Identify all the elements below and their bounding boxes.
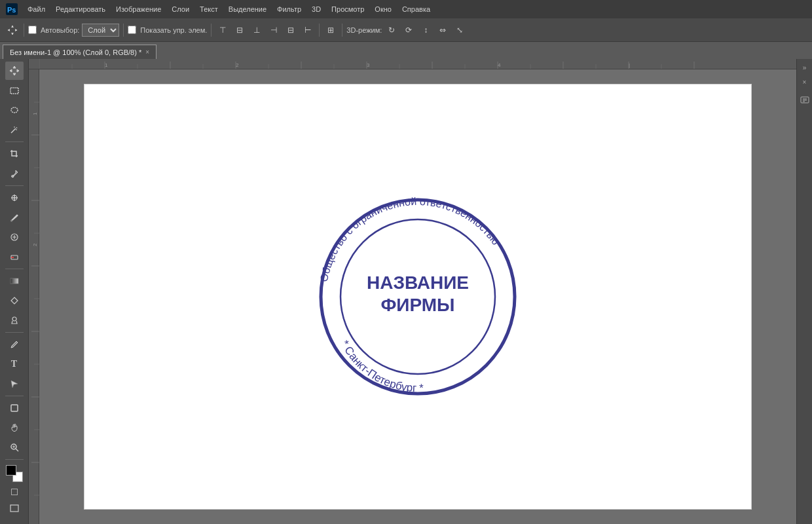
main-layout: T [0,59,812,524]
tool-eraser[interactable] [5,248,24,266]
menu-layers[interactable]: Слои [168,4,193,14]
svg-text:ФИРМЫ: ФИРМЫ [380,295,454,315]
toolbar-divider-1 [24,24,24,37]
tool-heal[interactable] [5,189,24,207]
distribute-btn[interactable]: ⊞ [323,23,338,37]
svg-line-10 [16,127,17,128]
menubar: Ps Файл Редактировать Изображение Слои Т… [0,0,812,18]
autoselect-label: Автовыбор: [41,26,79,34]
color-swatches[interactable] [6,465,23,482]
panel-collapse-btn[interactable]: » [799,62,811,73]
tool-divider-2 [5,185,24,186]
tool-blur[interactable] [5,291,24,310]
tool-path-select[interactable] [5,375,24,393]
tool-lasso[interactable] [5,101,24,119]
left-toolbar: T [0,59,29,524]
svg-point-14 [10,220,12,222]
document-tab[interactable]: Без имени-1 @ 100% (Слой 0, RGB/8) * × [3,45,157,59]
svg-marker-4 [8,29,10,31]
tool-brush[interactable] [5,208,24,227]
svg-text:|: | [629,62,630,68]
tool-shape[interactable] [5,399,24,417]
3d-slide-btn[interactable]: ⇔ [435,23,450,37]
menu-select[interactable]: Выделение [225,4,270,14]
tool-divider-1 [5,141,24,142]
svg-text:3: 3 [367,62,370,68]
toolbar-divider-3 [211,24,212,37]
canvas-content: Общество с ограниченной ответственностью… [39,69,796,524]
menu-image[interactable]: Изображение [112,4,165,14]
toolbar-divider-5 [342,24,342,37]
tool-clone[interactable] [5,228,24,246]
tool-eyedropper[interactable] [5,164,24,183]
menu-window[interactable]: Окно [371,4,396,14]
menu-3d[interactable]: 3D [308,4,325,14]
3d-pan-btn[interactable]: ↕ [418,23,433,37]
align-top-btn[interactable]: ⊤ [215,23,230,37]
tool-crop[interactable] [5,145,24,163]
align-hcenter-btn[interactable]: ⊟ [284,23,298,37]
menu-view[interactable]: Просмотр [327,4,368,14]
type-icon: T [11,359,17,369]
menu-help[interactable]: Справка [398,4,434,14]
svg-line-8 [11,128,16,133]
move-tool-icon[interactable] [5,23,20,37]
3d-roll-btn[interactable]: ⟳ [401,23,416,37]
tool-divider-4 [5,332,24,333]
layer-select[interactable]: Слой [82,24,119,37]
menu-filter[interactable]: Фильтр [273,4,305,14]
tool-wand[interactable] [5,121,24,139]
tab-close-btn[interactable]: × [145,48,149,56]
ruler-top: 1 2 3 4 | [29,59,796,69]
canvas-area: 1 2 3 4 | [29,59,796,524]
align-vcenter-btn[interactable]: ⊟ [232,23,247,37]
menu-file[interactable]: Файл [24,4,49,14]
show-controls-label: Показать упр. элем. [140,26,207,34]
3d-scale-btn[interactable]: ⤡ [452,23,467,37]
screen-mode-icon[interactable] [11,489,18,495]
toolbar-divider-2 [123,24,124,37]
foreground-color[interactable] [6,465,16,476]
align-bottom-btn[interactable]: ⊥ [249,23,264,37]
tool-hand[interactable] [5,419,24,437]
svg-text:1: 1 [32,112,38,115]
tool-pen[interactable] [5,335,24,354]
tool-divider-3 [5,269,24,269]
tool-select-rect[interactable] [5,81,24,100]
panel-close-btn[interactable]: × [799,76,811,88]
toolbar-divider-4 [319,24,320,37]
right-panel: » × [796,59,812,524]
svg-marker-2 [11,26,14,28]
tool-divider-5 [5,396,24,396]
show-controls-checkbox[interactable] [128,26,136,34]
ruler-left: 1 2 [29,69,39,524]
options-toolbar: Автовыбор: Слой Показать упр. элем. ⊤ ⊟ … [0,18,812,42]
svg-rect-17 [10,278,18,284]
svg-rect-24 [10,505,18,512]
menu-text[interactable]: Текст [196,4,222,14]
svg-rect-19 [11,405,18,411]
svg-point-7 [11,107,18,113]
menu-edit[interactable]: Редактировать [52,4,109,14]
3d-rotate-btn[interactable]: ↻ [384,23,399,37]
svg-marker-3 [11,33,14,35]
panel-icon-1[interactable] [800,96,809,107]
tool-gradient[interactable] [5,272,24,290]
tool-type[interactable]: T [5,355,24,373]
tool-move[interactable] [5,62,24,80]
svg-text:2: 2 [236,62,239,68]
align-right-btn[interactable]: ⊢ [301,23,315,37]
align-left-btn[interactable]: ⊣ [267,23,281,37]
tabbar: Без имени-1 @ 100% (Слой 0, RGB/8) * × [0,42,812,59]
svg-text:1: 1 [105,62,108,68]
canvas-document: Общество с ограниченной ответственностью… [84,84,752,510]
tool-dodge[interactable] [5,311,24,329]
quick-mask-mode[interactable] [8,487,21,496]
autoselect-checkbox[interactable] [28,26,37,34]
tool-divider-6 [5,459,24,460]
svg-point-18 [12,317,16,321]
app-logo: Ps [5,3,18,16]
screen-mode-btn[interactable] [5,499,24,517]
stamp: Общество с ограниченной ответственностью… [313,192,523,402]
tool-zoom[interactable] [5,438,24,457]
